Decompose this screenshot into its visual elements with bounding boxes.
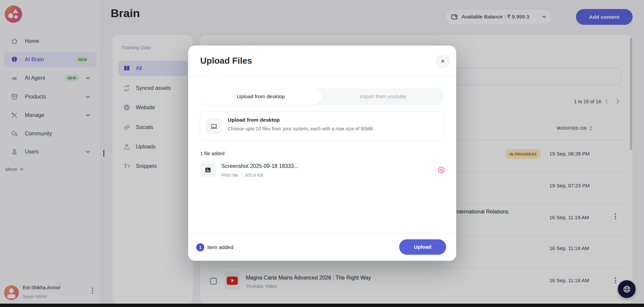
file-type: PNG file <box>221 173 238 178</box>
upload-files-modal: Upload Files ✕ Upload from desktop Impor… <box>188 46 456 261</box>
remove-file-button[interactable] <box>438 166 445 174</box>
file-meta: PNG file 305.8 KB <box>221 173 263 178</box>
modal-tabs: Upload from desktop Import from youtube <box>200 88 444 105</box>
divider <box>188 233 456 233</box>
meta-divider <box>241 173 241 178</box>
modal-title: Upload Files <box>200 56 252 66</box>
file-size: 305.8 KB <box>245 173 263 178</box>
files-added-label: 1 file added <box>200 151 224 156</box>
tab-import-from-youtube[interactable]: Import from youtube <box>322 88 444 105</box>
modal-close-button[interactable]: ✕ <box>436 54 450 68</box>
upload-dropzone[interactable]: Upload from desktop Choose upto 10 files… <box>200 111 444 141</box>
item-added-label: Item added <box>207 244 233 250</box>
item-count-badge: 1 <box>196 243 204 251</box>
upload-button[interactable]: Upload <box>399 239 446 255</box>
laptop-icon <box>206 119 222 134</box>
divider <box>188 76 456 77</box>
tab-upload-from-desktop[interactable]: Upload from desktop <box>200 88 322 105</box>
circle-x-icon <box>438 166 445 174</box>
dropzone-subtitle: Choose upto 10 files from your system, e… <box>228 126 373 131</box>
close-icon: ✕ <box>441 58 445 64</box>
app-root: Home AI Brain NEW ∞ AI Agent NEW Product… <box>0 0 644 307</box>
dropzone-title: Upload from desktop <box>228 117 280 123</box>
image-file-icon <box>200 162 216 178</box>
file-name: Screenshot 2025-09-18 18333... <box>221 163 299 169</box>
